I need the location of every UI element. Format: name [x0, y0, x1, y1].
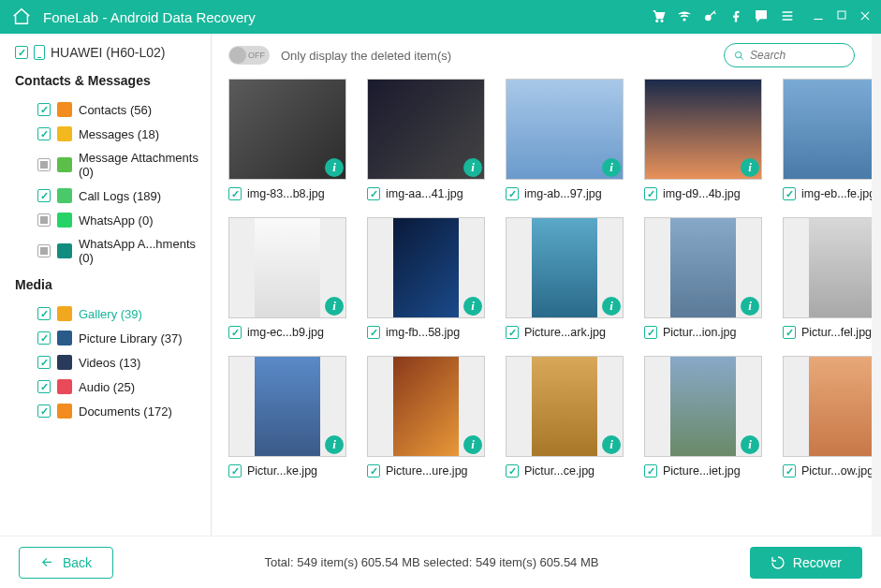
- thumbnail-checkbox[interactable]: [783, 326, 796, 339]
- sidebar-item[interactable]: Gallery (39): [15, 301, 201, 326]
- thumbnail-image[interactable]: i: [783, 356, 872, 457]
- info-icon[interactable]: i: [463, 435, 482, 454]
- info-icon[interactable]: i: [325, 435, 344, 454]
- sidebar-item[interactable]: Messages (18): [15, 122, 201, 146]
- thumbnail-checkbox[interactable]: [228, 187, 242, 200]
- menu-icon[interactable]: [780, 8, 795, 26]
- thumbnail-cell[interactable]: iimg-d9...4b.jpg: [644, 79, 762, 200]
- thumbnail-cell[interactable]: iimg-fb...58.jpg: [367, 217, 485, 339]
- sidebar-item[interactable]: Audio (25): [15, 375, 201, 399]
- thumbnail-cell[interactable]: iimg-ec...b9.jpg: [228, 217, 346, 339]
- recover-button[interactable]: Recover: [750, 547, 862, 579]
- maximize-icon[interactable]: [836, 9, 847, 25]
- thumbnail-image[interactable]: i: [644, 217, 762, 318]
- deleted-only-toggle[interactable]: OFF: [228, 46, 270, 65]
- thumbnail-image[interactable]: i: [506, 79, 624, 180]
- thumbnail-checkbox[interactable]: [228, 326, 242, 339]
- thumbnail-image[interactable]: i: [506, 217, 624, 318]
- thumbnail-checkbox[interactable]: [644, 326, 657, 339]
- thumbnail-image[interactable]: i: [783, 217, 872, 318]
- thumbnail-cell[interactable]: iPicture...ark.jpg: [506, 217, 624, 339]
- thumbnail-checkbox[interactable]: [228, 464, 242, 478]
- thumbnail-checkbox[interactable]: [644, 464, 657, 478]
- category-checkbox[interactable]: [37, 103, 51, 116]
- info-icon[interactable]: i: [325, 158, 344, 177]
- category-checkbox[interactable]: [37, 331, 51, 345]
- thumbnail-cell[interactable]: iPictur...ion.jpg: [644, 217, 762, 339]
- thumbnail-checkbox[interactable]: [506, 326, 519, 339]
- search-box[interactable]: [724, 43, 855, 67]
- info-icon[interactable]: i: [741, 297, 759, 316]
- key-icon[interactable]: [703, 8, 718, 26]
- thumbnail-cell[interactable]: iimg-aa...41.jpg: [367, 79, 485, 200]
- category-checkbox[interactable]: [37, 158, 51, 171]
- sidebar-item[interactable]: Call Logs (189): [15, 184, 201, 208]
- category-icon: [57, 243, 72, 258]
- thumbnail-image[interactable]: i: [367, 217, 485, 318]
- sidebar-item[interactable]: Documents (172): [15, 399, 201, 423]
- category-icon: [57, 213, 72, 228]
- thumbnail-checkbox[interactable]: [644, 187, 657, 200]
- thumbnail-image[interactable]: i: [228, 217, 346, 318]
- info-icon[interactable]: i: [602, 435, 621, 454]
- thumbnail-image[interactable]: i: [367, 356, 485, 457]
- sidebar-item[interactable]: Picture Library (37): [15, 326, 201, 350]
- thumbnail-checkbox[interactable]: [783, 464, 796, 478]
- sidebar-item[interactable]: Message Attachments (0): [15, 146, 201, 184]
- thumbnail-checkbox[interactable]: [367, 187, 380, 200]
- thumbnail-cell[interactable]: iimg-83...b8.jpg: [228, 79, 346, 200]
- thumbnail-checkbox[interactable]: [506, 464, 519, 478]
- thumbnail-image[interactable]: i: [783, 79, 872, 180]
- info-icon[interactable]: i: [602, 297, 621, 316]
- category-checkbox[interactable]: [37, 127, 51, 140]
- search-input[interactable]: [750, 49, 844, 62]
- thumbnail-image[interactable]: i: [367, 79, 485, 180]
- sidebar-item[interactable]: Contacts (56): [15, 97, 201, 122]
- feedback-icon[interactable]: [754, 8, 769, 26]
- thumbnail-image[interactable]: i: [644, 356, 762, 457]
- vertical-scrollbar[interactable]: [872, 34, 881, 536]
- info-icon[interactable]: i: [602, 158, 621, 177]
- sidebar-item[interactable]: Videos (13): [15, 350, 201, 375]
- thumbnail-cell[interactable]: iPictur...ke.jpg: [228, 356, 346, 478]
- thumbnail-cell[interactable]: iPicture...ure.jpg: [367, 356, 485, 478]
- sidebar-item[interactable]: WhatsApp (0): [15, 208, 201, 232]
- category-checkbox[interactable]: [37, 307, 51, 320]
- info-icon[interactable]: i: [325, 297, 344, 316]
- device-row[interactable]: HUAWEI (H60-L02): [15, 45, 201, 60]
- wifi-icon[interactable]: [677, 8, 692, 26]
- home-icon[interactable]: [9, 5, 34, 29]
- thumbnail-cell[interactable]: iimg-ab...97.jpg: [506, 79, 624, 200]
- thumbnail-cell[interactable]: iPictur...ce.jpg: [506, 356, 624, 478]
- back-button[interactable]: Back: [19, 547, 113, 579]
- thumbnail-cell[interactable]: iPicture...iet.jpg: [644, 356, 762, 478]
- thumbnail-checkbox[interactable]: [367, 464, 380, 478]
- info-icon[interactable]: i: [741, 435, 759, 454]
- thumbnail-checkbox[interactable]: [367, 326, 380, 339]
- thumbnail-image[interactable]: i: [228, 356, 346, 457]
- category-checkbox[interactable]: [37, 380, 51, 393]
- category-checkbox[interactable]: [37, 189, 51, 202]
- thumbnail-checkbox[interactable]: [783, 187, 796, 200]
- thumbnail-cell[interactable]: iPictur...ow.jpg: [783, 356, 872, 478]
- close-icon[interactable]: [859, 9, 872, 25]
- info-icon[interactable]: i: [463, 297, 482, 316]
- thumbnail-checkbox[interactable]: [506, 187, 519, 200]
- thumbnail-grid-wrap[interactable]: iimg-83...b8.jpgiimg-aa...41.jpgiimg-ab.…: [212, 77, 872, 536]
- category-checkbox[interactable]: [37, 356, 51, 369]
- info-icon[interactable]: i: [741, 158, 759, 177]
- thumbnail-cell[interactable]: iPictur...fel.jpg: [783, 217, 872, 339]
- category-checkbox[interactable]: [37, 244, 51, 257]
- minimize-icon[interactable]: [812, 9, 825, 25]
- thumbnail-image[interactable]: i: [506, 356, 624, 457]
- cart-icon[interactable]: [651, 8, 666, 26]
- sidebar-item[interactable]: WhatsApp A...hments (0): [15, 232, 201, 270]
- thumbnail-cell[interactable]: iimg-eb...fe.jpg: [783, 79, 872, 200]
- thumbnail-image[interactable]: i: [644, 79, 762, 180]
- facebook-icon[interactable]: [729, 8, 742, 26]
- device-checkbox[interactable]: [15, 46, 28, 59]
- category-checkbox[interactable]: [37, 404, 51, 418]
- thumbnail-image[interactable]: i: [228, 79, 346, 180]
- category-checkbox[interactable]: [37, 213, 51, 227]
- info-icon[interactable]: i: [463, 158, 482, 177]
